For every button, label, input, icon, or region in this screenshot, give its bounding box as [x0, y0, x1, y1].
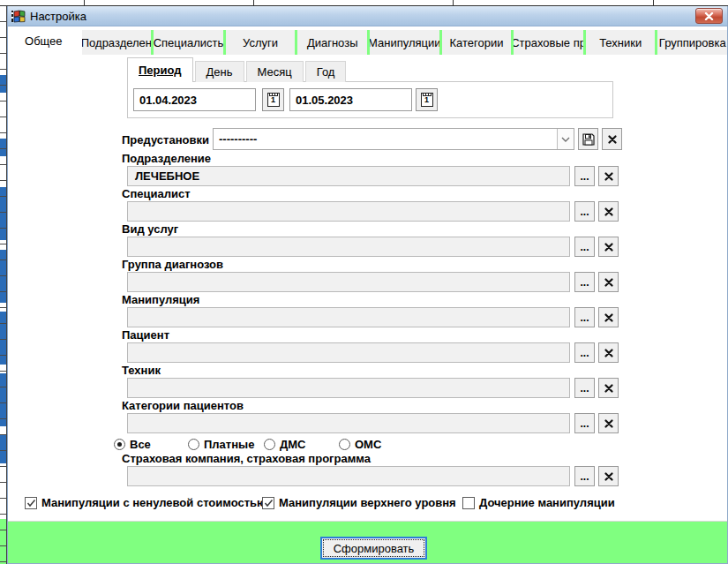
browse-button[interactable]: ... — [574, 237, 595, 257]
tab-uslugi[interactable]: Услуги — [226, 30, 296, 55]
presets-combo-arrow[interactable] — [557, 129, 574, 149]
tab-specialisty[interactable]: Специалисть — [154, 30, 223, 55]
main-tab-bar: Общее Подразделен Специалисть Услуги Диа… — [8, 26, 727, 55]
clear-x-icon — [604, 349, 613, 357]
clear-button[interactable] — [598, 166, 619, 186]
presets-combo[interactable]: ---------- — [213, 128, 574, 150]
radio-icon — [188, 439, 199, 450]
date-to-input[interactable] — [289, 88, 412, 111]
close-button[interactable] — [695, 8, 723, 24]
radio-icon — [114, 439, 125, 450]
radio-icon — [339, 439, 350, 450]
browse-button[interactable]: ... — [574, 307, 595, 327]
clear-x-icon — [604, 278, 613, 287]
filter-label: Специалист — [122, 187, 191, 200]
checkbox-label: Манипуляции с ненулевой стоимостью — [41, 496, 266, 509]
radio-label: Платные — [204, 438, 254, 451]
radio-platnye[interactable]: Платные — [188, 438, 254, 451]
clear-button[interactable] — [598, 307, 619, 327]
filter-field-vid-uslug[interactable] — [127, 237, 570, 257]
filter-label: Манипуляция — [122, 293, 199, 306]
clear-x-icon — [604, 207, 613, 216]
browse-button[interactable]: ... — [574, 342, 595, 363]
browse-button[interactable]: ... — [574, 466, 595, 486]
filter-field-pacient[interactable] — [127, 342, 570, 363]
filter-label: Подразделение — [122, 152, 211, 165]
check-mark-icon — [264, 499, 274, 508]
filter-field-manipulyaciya[interactable] — [127, 307, 570, 327]
subtab-mesyac[interactable]: Месяц — [246, 61, 304, 82]
clear-x-icon — [604, 313, 613, 322]
checkbox-verhnego-urovnya[interactable]: Манипуляции верхнего уровня — [262, 496, 456, 509]
background-list-strip — [0, 6, 7, 564]
radio-dms[interactable]: ДМС — [264, 438, 305, 451]
radio-oms[interactable]: ОМС — [339, 438, 381, 451]
save-floppy-icon — [582, 133, 595, 146]
clear-x-icon — [604, 384, 613, 393]
checkbox-icon — [25, 497, 37, 509]
tab-kategorii[interactable]: Категории — [442, 30, 512, 55]
radio-icon — [264, 439, 275, 450]
radio-vse[interactable]: Все — [114, 438, 151, 451]
filter-label: Группа диагнозов — [122, 258, 223, 271]
checkbox-dochernie[interactable]: Дочерние манипуляции — [462, 496, 615, 509]
browse-button[interactable]: ... — [574, 378, 595, 398]
checkbox-label: Манипуляции верхнего уровня — [279, 496, 456, 509]
settings-dialog: Настройка Общее Подразделен Специалисть … — [7, 6, 728, 564]
browse-button[interactable]: ... — [574, 166, 595, 186]
tab-obschee[interactable]: Общее — [8, 26, 79, 55]
chevron-down-icon — [561, 137, 570, 142]
tab-manipulyacii[interactable]: Манипуляции — [370, 30, 439, 55]
clear-button[interactable] — [598, 342, 619, 363]
checkbox-label: Дочерние манипуляции — [479, 496, 615, 509]
clear-x-icon — [604, 243, 613, 252]
clear-x-icon — [604, 472, 613, 481]
filter-field-kategorii-pacientov[interactable] — [127, 413, 570, 433]
presets-save-button[interactable] — [578, 128, 598, 150]
clear-button[interactable] — [598, 237, 619, 257]
filter-label: Техник — [122, 364, 161, 377]
titlebar[interactable]: Настройка — [8, 6, 727, 26]
tab-diagnozy[interactable]: Диагнозы — [297, 30, 367, 55]
calendar-icon: 1 — [421, 93, 433, 107]
submit-button[interactable]: Сформировать — [320, 537, 427, 560]
radio-label: ОМС — [355, 438, 381, 451]
filter-field-tehnik[interactable] — [127, 378, 570, 398]
browse-button[interactable]: ... — [574, 413, 595, 433]
tab-tehniki[interactable]: Техники — [586, 30, 656, 55]
date-from-input[interactable] — [133, 88, 256, 111]
filter-label: Вид услуг — [122, 222, 178, 236]
subtab-den[interactable]: День — [195, 61, 244, 82]
subtab-period[interactable]: Период — [127, 57, 193, 82]
clear-button[interactable] — [598, 466, 619, 486]
filter-field-specialist[interactable] — [127, 201, 570, 222]
date-from-calendar-button[interactable]: 1 — [262, 88, 284, 111]
filter-field-podrazdelenie[interactable]: ЛЕЧЕБНОЕ — [127, 166, 570, 186]
radio-label: Все — [130, 438, 151, 451]
footer-bar: Сформировать — [8, 521, 727, 563]
tab-content-obschee: Период День Месяц Год 1 1 Предустановки … — [8, 55, 727, 521]
filter-label: Пациент — [122, 328, 169, 342]
tab-podrazdeleniya[interactable]: Подразделен — [82, 30, 152, 55]
presets-clear-button[interactable] — [602, 128, 622, 150]
close-icon — [704, 12, 714, 20]
clear-button[interactable] — [598, 201, 619, 222]
presets-combo-value: ---------- — [214, 132, 557, 146]
browse-button[interactable]: ... — [574, 272, 595, 292]
clear-button[interactable] — [598, 413, 619, 433]
insurance-field[interactable] — [127, 466, 570, 486]
clear-button[interactable] — [598, 378, 619, 398]
filter-field-gruppa-diagnozov[interactable] — [127, 272, 570, 292]
window-title: Настройка — [30, 10, 86, 23]
subtab-god[interactable]: Год — [305, 61, 347, 82]
browse-button[interactable]: ... — [574, 201, 595, 222]
insurance-label: Страховая компания, страховая программа — [122, 452, 371, 465]
tab-strahovye[interactable]: Страховые пр — [514, 30, 583, 55]
presets-label: Предустановки — [122, 133, 209, 147]
date-to-calendar-button[interactable]: 1 — [416, 88, 438, 111]
checkbox-nenulevaya-stoimost[interactable]: Манипуляции с ненулевой стоимостью — [25, 496, 266, 509]
clear-button[interactable] — [598, 272, 619, 292]
background-grid-strip — [0, 0, 728, 6]
tab-gruppirovka[interactable]: Группировка — [657, 30, 727, 55]
checkbox-icon — [262, 497, 274, 509]
